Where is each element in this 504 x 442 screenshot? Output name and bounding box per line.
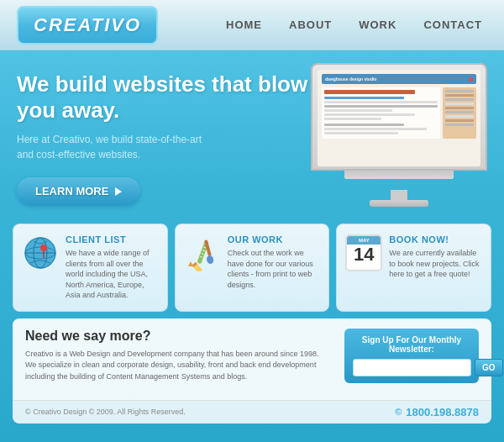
svg-point-4 [40, 245, 47, 251]
feature-work-title: OUR WORK [228, 234, 321, 245]
learn-more-label: LEARN MORE [35, 185, 108, 197]
features-section: CLIENT LIST We have a wide range of clie… [0, 224, 504, 312]
newsletter-box: Sign Up For Our Monthly Newsletter: GO [344, 329, 479, 383]
feature-client-desc: We have a wide range of clients from all… [66, 248, 159, 301]
learn-more-button[interactable]: LEARN MORE [17, 177, 140, 205]
header: CREATIVO HOME ABOUT WORK CONTACT [0, 0, 504, 50]
main-nav: HOME ABOUT WORK CONTACT [221, 15, 487, 34]
feature-client-list[interactable]: CLIENT LIST We have a wide range of clie… [13, 224, 168, 312]
newsletter-title: Sign Up For Our Monthly Newsletter: [353, 335, 470, 354]
bottom-section: Need we say more? Creativo is a Web Desi… [13, 318, 491, 400]
bottom-title: Need we say more? [25, 329, 332, 344]
calendar-icon: MAY 14 [345, 234, 382, 271]
hero-subtitle: Here at Creativo, we build state-of-the-… [17, 132, 311, 162]
tools-icon [184, 234, 221, 271]
feature-our-work[interactable]: OUR WORK Check out the work we have done… [175, 224, 330, 312]
phone-number: 1800.198.8878 [406, 406, 479, 418]
feature-book-desc: We are currently available to book new p… [389, 248, 482, 280]
nav-home[interactable]: HOME [221, 15, 267, 34]
monitor-base [370, 200, 428, 207]
svg-point-16 [206, 255, 214, 265]
copyright-icon: © [395, 407, 402, 417]
monitor-screen: dawghouse design studio [318, 70, 480, 166]
monitor-stand-top [344, 171, 454, 179]
hero-text-block: We build websites that blow you away. He… [17, 67, 311, 205]
nav-contact[interactable]: CONTACT [418, 15, 487, 34]
bottom-left: Need we say more? Creativo is a Web Desi… [25, 329, 332, 390]
feature-client-content: CLIENT LIST We have a wide range of clie… [66, 234, 159, 301]
logo-text: CREATIVO [34, 14, 141, 35]
footer-copyright: © Creativo Design © 2009. All Rights Res… [25, 408, 186, 416]
bottom-text: Creativo is a Web Design and Development… [25, 349, 332, 383]
newsletter-input-row: GO [353, 359, 470, 376]
monitor-frame: dawghouse design studio [311, 63, 487, 171]
feature-work-content: OUR WORK Check out the work we have done… [228, 234, 321, 290]
feature-book-title: BOOK NOW! [389, 234, 482, 245]
logo[interactable]: CREATIVO [17, 6, 158, 45]
bottom-right: Sign Up For Our Monthly Newsletter: GO [344, 329, 479, 390]
hero-title: We build websites that blow you away. [17, 71, 311, 124]
nav-work[interactable]: WORK [354, 15, 402, 34]
feature-client-title: CLIENT LIST [66, 234, 159, 245]
hero-section: We build websites that blow you away. He… [0, 50, 504, 219]
feature-book-now[interactable]: MAY 14 BOOK NOW! We are currently availa… [336, 224, 491, 312]
monitor: dawghouse design studio [311, 63, 487, 207]
apple-logo-icon:  [311, 180, 487, 189]
newsletter-input[interactable] [353, 359, 471, 376]
monitor-stand-neck [391, 190, 407, 200]
arrow-icon [115, 187, 122, 196]
nav-about[interactable]: ABOUT [284, 15, 337, 34]
footer: © Creativo Design © 2009. All Rights Res… [13, 400, 491, 424]
newsletter-go-button[interactable]: GO [475, 359, 503, 376]
footer-phone: © 1800.198.8878 [395, 406, 479, 418]
cal-day: 14 [347, 245, 381, 265]
globe-icon [22, 234, 59, 271]
feature-book-content: BOOK NOW! We are currently available to … [389, 234, 482, 280]
feature-work-desc: Check out the work we have done for our … [228, 248, 321, 290]
